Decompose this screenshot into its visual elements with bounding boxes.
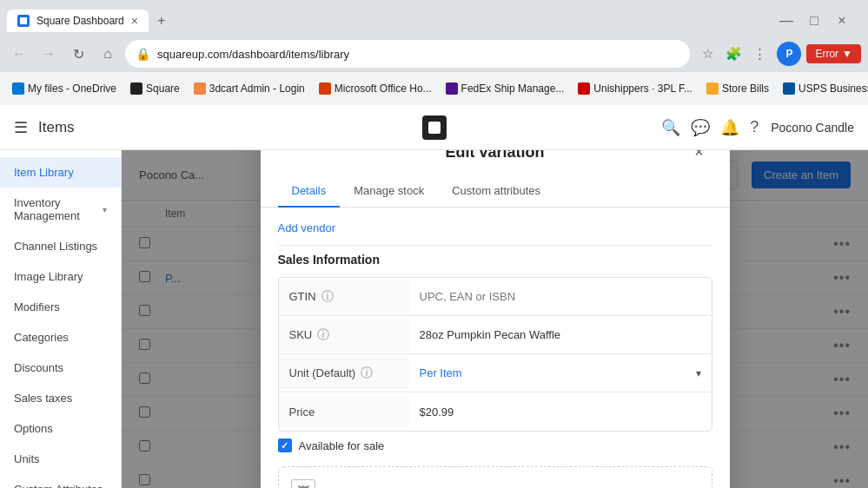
form-value-price[interactable] (409, 397, 712, 427)
sidebar-item-item-library[interactable]: Item Library (0, 157, 121, 188)
browser-toolbar: ☆ 🧩 ⋮ (695, 42, 772, 66)
sidebar-item-custom-attributes[interactable]: Custom Attributes (0, 474, 121, 488)
or-text: or (457, 485, 467, 489)
unit-label-text: Unit (Default) (289, 366, 356, 379)
active-tab[interactable]: Square Dashboard × (7, 10, 149, 32)
gtin-input[interactable] (420, 290, 701, 303)
modal-overlay[interactable]: Edit variation × Details Manage stock Cu… (122, 150, 868, 488)
sidebar-label-options: Options (14, 422, 53, 435)
bookmark-fedex[interactable]: FedEx Ship Manage... (441, 81, 570, 96)
form-value-gtin[interactable] (409, 281, 712, 312)
form-value-unit[interactable]: Per Item ▾ (409, 358, 712, 388)
bookmark-square[interactable]: Square (125, 81, 185, 96)
more-menu-button[interactable]: ⋮ (747, 42, 772, 66)
bookmark-storebills[interactable]: Store Bills (701, 81, 774, 96)
sidebar-item-modifiers[interactable]: Modifiers (0, 292, 121, 322)
sidebar-label-item-library: Item Library (14, 166, 74, 179)
unit-info-icon[interactable]: ⓘ (361, 366, 373, 381)
browse-image-link[interactable]: browse image library (474, 485, 579, 489)
available-for-sale-checkbox[interactable]: ✓ (278, 439, 292, 452)
sidebar-item-channel[interactable]: Channel Listings (0, 231, 121, 261)
unishippers-favicon (578, 82, 590, 95)
sidebar-label-categories: Categories (14, 331, 69, 344)
unit-dropdown-arrow: ▾ (696, 367, 701, 379)
back-button[interactable]: ← (7, 42, 31, 66)
sidebar-item-image-library[interactable]: Image Library (0, 261, 121, 292)
restore-button[interactable]: □ (802, 9, 826, 33)
forward-button[interactable]: → (36, 42, 61, 66)
sidebar-item-sales-taxes[interactable]: Sales taxes (0, 383, 121, 413)
browser-chrome: Square Dashboard × + — □ × ← → ↻ ⌂ 🔒 squ… (0, 0, 868, 105)
sku-label-text: SKU (289, 328, 313, 341)
hamburger-menu[interactable]: ☰ (14, 118, 28, 137)
address-bar[interactable]: 🔒 squareup.com/dashboard/items/library (125, 40, 690, 68)
profile-button[interactable]: P (777, 42, 801, 66)
url-text: squareup.com/dashboard/items/library (157, 48, 679, 61)
image-upload-area[interactable]: 🖼 Drag image here, upload or browse imag… (278, 466, 712, 488)
bookmark-onedrive[interactable]: My files - OneDrive (7, 81, 122, 96)
edit-variation-modal: Edit variation × Details Manage stock Cu… (261, 150, 730, 488)
window-close-button[interactable]: × (830, 9, 854, 33)
price-input[interactable] (420, 406, 701, 419)
divider (278, 245, 712, 246)
sku-input[interactable] (420, 328, 701, 341)
sidebar-item-options[interactable]: Options (0, 413, 121, 444)
usps-favicon (783, 82, 795, 95)
onedrive-favicon (12, 82, 24, 95)
extensions-button[interactable]: 🧩 (721, 42, 745, 66)
home-button[interactable]: ⌂ (96, 42, 120, 66)
bookmark-3dcart-label: 3dcart Admin - Login (209, 82, 305, 95)
sku-info-icon[interactable]: ⓘ (317, 327, 329, 343)
notifications-icon-button[interactable]: 🔔 (715, 113, 745, 142)
sidebar-label-units: Units (14, 452, 40, 465)
bookmark-usps[interactable]: USPS Business Cust... (778, 81, 868, 96)
sidebar-label-discounts: Discounts (14, 361, 63, 374)
available-for-sale-row[interactable]: ✓ Available for sale (278, 432, 712, 459)
tab-details[interactable]: Details (278, 175, 341, 208)
sidebar-item-categories[interactable]: Categories (0, 322, 121, 353)
gtin-info-icon[interactable]: ⓘ (321, 289, 334, 305)
modal-close-button[interactable]: × (686, 150, 712, 165)
new-tab-button[interactable]: + (152, 8, 170, 34)
form-label-price: Price (279, 397, 409, 427)
inventory-chevron: ▾ (103, 205, 107, 214)
content-area: Item Library Inventory Management ▾ Chan… (0, 150, 868, 488)
unit-dropdown[interactable]: Per Item ▾ (420, 366, 701, 379)
sidebar-label-sales-taxes: Sales taxes (14, 392, 72, 405)
tab-title: Square Dashboard (36, 15, 124, 27)
bookmarks-button[interactable]: ☆ (695, 42, 719, 66)
address-bar-row: ← → ↻ ⌂ 🔒 squareup.com/dashboard/items/l… (0, 36, 868, 71)
upload-link[interactable]: upload (416, 485, 450, 489)
app-header: ☰ Items 🔍 💬 🔔 ? Pocono Candle (0, 105, 868, 150)
tab-manage-stock[interactable]: Manage stock (340, 175, 438, 208)
minimize-button[interactable]: — (774, 9, 798, 33)
image-placeholder-icon: 🖼 (291, 479, 315, 488)
sales-info-title: Sales Information (278, 253, 712, 267)
gtin-label-text: GTIN (289, 290, 316, 303)
tab-bar: Square Dashboard × + — □ × (0, 0, 868, 36)
error-button[interactable]: Error ▼ (806, 44, 861, 63)
form-row-price: Price (279, 392, 712, 431)
bookmark-3dcart[interactable]: 3dcart Admin - Login (189, 81, 310, 96)
search-icon-button[interactable]: 🔍 (656, 113, 686, 142)
drag-text: Drag image here, (322, 485, 409, 489)
sidebar-item-discounts[interactable]: Discounts (0, 353, 121, 383)
tab-custom-attributes[interactable]: Custom attributes (438, 175, 554, 208)
bookmark-office-label: Microsoft Office Ho... (335, 82, 432, 95)
add-vendor-link[interactable]: Add vendor (278, 218, 336, 238)
sidebar-label-custom-attributes: Custom Attributes (14, 483, 103, 488)
form-value-sku[interactable] (409, 320, 712, 350)
reload-button[interactable]: ↻ (66, 42, 90, 66)
form-label-unit: Unit (Default) ⓘ (279, 357, 409, 390)
main-content: Pocono Ca... 🔍 Actions ▾ Create an Item (122, 150, 868, 488)
chat-icon-button[interactable]: 💬 (686, 113, 715, 142)
error-label: Error (815, 48, 838, 60)
sidebar-item-inventory[interactable]: Inventory Management ▾ (0, 188, 121, 231)
bookmark-storebills-label: Store Bills (722, 82, 769, 95)
help-icon-button[interactable]: ? (745, 113, 764, 142)
tab-close-button[interactable]: × (131, 15, 138, 27)
square-favicon (130, 82, 142, 95)
sidebar-item-units[interactable]: Units (0, 444, 121, 474)
bookmark-unishippers[interactable]: Unishippers · 3PL F... (573, 81, 698, 96)
bookmark-office[interactable]: Microsoft Office Ho... (314, 81, 437, 96)
